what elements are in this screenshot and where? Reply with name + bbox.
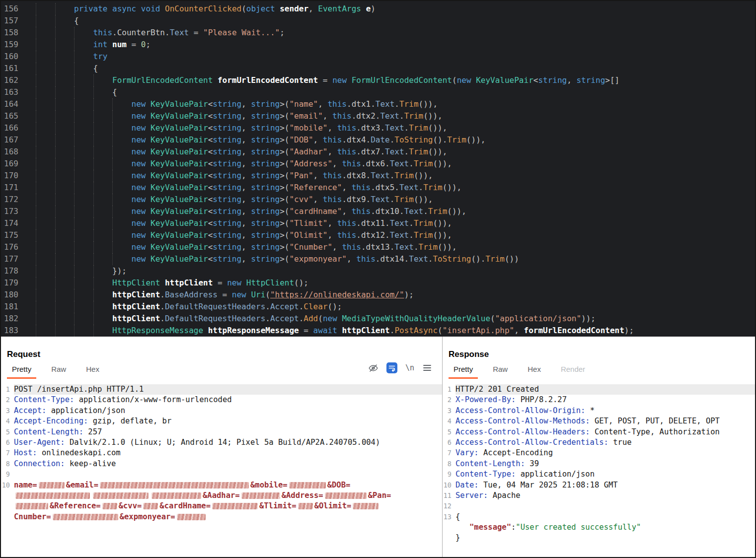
indent-guide (93, 277, 113, 289)
code-token: , (323, 110, 332, 122)
code-line: 175new KeyValuePair<string, string>("Oli… (1, 229, 755, 241)
code-token: . (390, 134, 395, 146)
code-editor[interactable]: 156private async void OnCounterClicked(o… (1, 1, 755, 337)
line-number: 7 (443, 448, 455, 458)
code-line: 163{ (1, 86, 755, 98)
hide-eye-icon[interactable] (368, 363, 378, 373)
tab-hex[interactable]: Hex (523, 363, 546, 379)
newline-toggle-icon[interactable]: \n (405, 363, 414, 372)
indent-guide (74, 253, 93, 265)
code-token: Trim (485, 253, 505, 265)
code-token: new (132, 122, 146, 134)
code-token: OnCounterClicked (165, 3, 241, 15)
code-token: KeyValuePair (151, 253, 208, 265)
code-token: new (132, 134, 146, 146)
code-token: }); (112, 265, 127, 277)
code-token: Text (390, 217, 409, 229)
code-token: { (74, 15, 79, 27)
tab-pretty[interactable]: Pretty (449, 363, 478, 379)
url-link[interactable]: "https://onlinedeskapi.com/" (270, 289, 404, 301)
code-token: int (93, 39, 108, 51)
indent-guide (112, 134, 132, 146)
code-token: Trim (404, 110, 424, 122)
line-number: 174 (1, 217, 36, 229)
line-number: 170 (1, 170, 36, 182)
code-token: string (213, 170, 241, 182)
code-token: , (327, 229, 337, 241)
code-token: . (265, 301, 270, 313)
code-token: . (371, 98, 376, 110)
code-token: < (208, 194, 213, 206)
indent-guide (74, 63, 93, 74)
http-line: 1HTTP/2 201 Created (443, 384, 755, 395)
code-line: 162FormUrlEncodedContent formUrlEncodedC… (1, 74, 755, 86)
code-token: sender (280, 3, 308, 15)
code-token: new (332, 74, 347, 86)
http-line-text: } (455, 533, 755, 543)
http-token: Content-Type: (455, 470, 516, 479)
response-content[interactable]: 1HTTP/2 201 Created2X-Powered-By: PHP/8.… (443, 384, 755, 544)
indent-guide (36, 146, 55, 158)
code-token: . (356, 122, 361, 134)
request-content[interactable]: 1POST /insertApi.php HTTP/1.12Content-Ty… (1, 384, 442, 522)
tab-hex[interactable]: Hex (81, 363, 104, 379)
redacted-value (53, 514, 118, 520)
wrap-toggle-icon[interactable] (386, 362, 397, 373)
indent-guide (55, 74, 75, 86)
line-number (443, 533, 455, 543)
line-number: 163 (1, 86, 36, 98)
http-token: : (511, 523, 516, 532)
code-token: . (385, 158, 390, 170)
tab-raw[interactable]: Raw (46, 363, 71, 379)
code-token: . (265, 313, 270, 325)
code-token (471, 74, 476, 86)
menu-icon[interactable] (422, 363, 432, 373)
code-token: dtx6 (366, 158, 385, 170)
indent-guide (55, 122, 75, 134)
indent-guide (74, 86, 93, 98)
code-token: string (213, 122, 241, 134)
code-token: < (208, 110, 213, 122)
line-number: 166 (1, 122, 36, 134)
line-number: 1 (1, 384, 14, 395)
http-token: HTTP/2 201 Created (455, 385, 539, 394)
redacted-value (15, 503, 48, 509)
code-token: . (366, 194, 371, 206)
code-token: Add (303, 313, 318, 325)
indent-guide (55, 86, 75, 98)
code-token: KeyValuePair (151, 217, 208, 229)
http-line: 2X-Powered-By: PHP/8.2.27 (443, 395, 755, 405)
indent-guide (93, 110, 113, 122)
code-token: this (327, 98, 347, 110)
http-line-text: Access-Control-Allow-Credentials: true (455, 437, 755, 448)
code-token: this (352, 182, 371, 194)
code-token: < (208, 146, 213, 158)
code-token: Trim (414, 158, 433, 170)
indent-guide (55, 194, 75, 206)
indent-guide (36, 3, 55, 15)
code-token: ()), (433, 217, 452, 229)
code-token: ()), (419, 98, 438, 110)
code-token (146, 241, 151, 253)
code-token: , (241, 182, 251, 194)
code-token: ToString (433, 253, 471, 265)
http-token: &cvv= (119, 501, 142, 510)
code-token: ( (318, 313, 323, 325)
code-token: . (409, 217, 414, 229)
indent-guide (36, 15, 55, 27)
http-token: Access-Control-Allow-Credentials: (455, 438, 608, 447)
code-line: 169new KeyValuePair<string, string>("Add… (1, 158, 755, 170)
code-token: dtx4 (347, 134, 366, 146)
indent-guide (36, 194, 55, 206)
tab-pretty[interactable]: Pretty (7, 363, 36, 379)
http-line: 4Accept-Encoding: gzip, deflate, br (1, 416, 442, 426)
indent-guide (55, 253, 75, 265)
code-token: . (404, 146, 409, 158)
code-token: dtx7 (361, 146, 380, 158)
line-number: 1 (443, 384, 455, 395)
code-token: (). (433, 134, 447, 146)
line-number: 8 (443, 459, 455, 469)
tab-raw[interactable]: Raw (488, 363, 513, 379)
http-line-text: Accept-Encoding: gzip, deflate, br (14, 416, 442, 426)
indent-guide (74, 229, 93, 241)
